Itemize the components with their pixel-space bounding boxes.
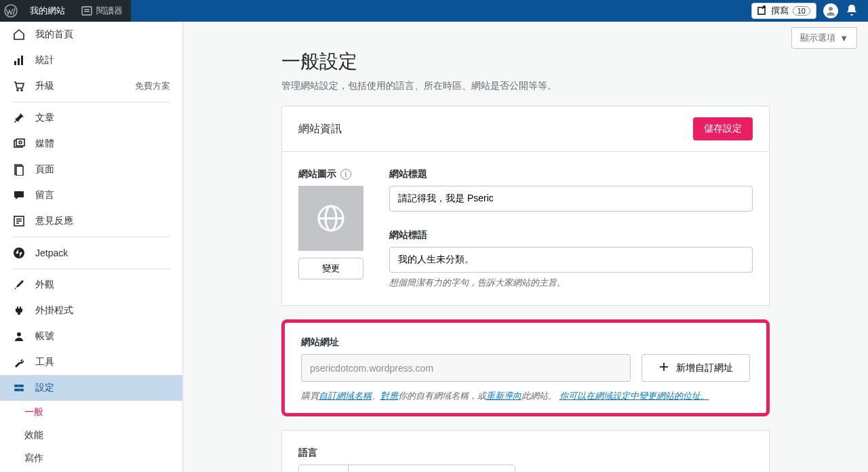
pages-icon bbox=[12, 163, 26, 176]
svg-rect-24 bbox=[15, 389, 19, 391]
site-address-section: 網站網址 新增自訂網址 購買自訂網域名稱、對應你的自有網域名稱，或重新導向此網站… bbox=[281, 319, 770, 416]
page-title: 一般設定 bbox=[281, 49, 770, 75]
sidebar-item-settings[interactable]: 設定 bbox=[0, 375, 182, 401]
reader-icon bbox=[81, 5, 92, 16]
jetpack-icon bbox=[12, 247, 26, 259]
svg-rect-15 bbox=[16, 166, 23, 176]
sidebar-item-appearance[interactable]: 外觀 bbox=[0, 272, 182, 298]
screen-options-toggle[interactable]: 顯示選項 ▼ bbox=[791, 27, 857, 49]
subnav-writing[interactable]: 寫作 bbox=[12, 447, 182, 470]
cart-icon bbox=[12, 80, 26, 92]
sidebar-item-stats[interactable]: 統計 bbox=[0, 47, 182, 73]
svg-point-5 bbox=[829, 7, 833, 11]
notifications-icon[interactable] bbox=[845, 3, 859, 19]
tagline-hint: 想個簡潔有力的字句，告訴大家網站的主旨。 bbox=[389, 277, 753, 289]
link-map-domain[interactable]: 對應 bbox=[380, 391, 398, 401]
sidebar-item-pages[interactable]: 頁面 bbox=[0, 157, 182, 182]
plugin-icon bbox=[12, 304, 26, 317]
add-custom-address-button[interactable]: 新增自訂網址 bbox=[642, 354, 750, 382]
svg-rect-6 bbox=[14, 61, 16, 65]
compose-button[interactable]: 撰寫 10 bbox=[751, 3, 816, 19]
compose-icon bbox=[757, 5, 767, 17]
brush-icon bbox=[12, 279, 26, 291]
user-icon bbox=[12, 330, 26, 342]
link-custom-domain[interactable]: 自訂網域名稱 bbox=[319, 391, 372, 401]
chevron-down-icon: ▼ bbox=[840, 33, 848, 43]
sidebar: 我的首頁 統計 升級免費方案 文章 媒體 頁面 留言 意見反應 Jetpack … bbox=[0, 22, 183, 472]
wordpress-logo[interactable] bbox=[0, 0, 22, 22]
link-domain-settings[interactable]: 你可以在網域設定中變更網站的位址。 bbox=[559, 391, 709, 401]
sidebar-item-upgrade[interactable]: 升級免費方案 bbox=[0, 73, 182, 99]
page-description: 管理網站設定，包括使用的語言、所在時區、網站是否公開等等。 bbox=[281, 80, 770, 92]
sidebar-item-comments[interactable]: 留言 bbox=[0, 182, 182, 208]
home-icon bbox=[12, 28, 26, 41]
media-icon bbox=[12, 138, 26, 150]
sidebar-item-home[interactable]: 我的首頁 bbox=[0, 22, 182, 47]
top-bar: 我的網站 閱讀器 撰寫 10 bbox=[0, 0, 868, 22]
sidebar-item-jetpack[interactable]: Jetpack bbox=[0, 240, 182, 266]
plan-badge: 免費方案 bbox=[135, 80, 170, 92]
link-redirect[interactable]: 重新導向 bbox=[486, 391, 521, 401]
plus-icon bbox=[658, 361, 669, 374]
language-name: 繁體中文 bbox=[349, 465, 515, 472]
sidebar-item-users[interactable]: 帳號 bbox=[0, 323, 182, 349]
site-tagline-input[interactable] bbox=[389, 247, 753, 273]
sidebar-item-feedback[interactable]: 意見反應 bbox=[0, 208, 182, 234]
svg-point-20 bbox=[14, 248, 24, 258]
sidebar-item-tools[interactable]: 工具 bbox=[0, 349, 182, 375]
compose-count: 10 bbox=[793, 6, 810, 16]
site-address-label: 網站網址 bbox=[301, 336, 750, 349]
language-selector[interactable]: ZH TW 繁體中文 bbox=[298, 465, 515, 472]
subnav-performance[interactable]: 效能 bbox=[12, 424, 182, 447]
subnav-general[interactable]: 一般 bbox=[12, 401, 182, 424]
stats-icon bbox=[12, 54, 26, 66]
settings-icon bbox=[12, 382, 26, 394]
svg-rect-12 bbox=[16, 139, 24, 146]
svg-point-9 bbox=[17, 90, 18, 91]
svg-rect-8 bbox=[21, 56, 23, 65]
site-address-hint: 購買自訂網域名稱、對應你的自有網域名稱，或重新導向此網站。 你可以在網域設定中變… bbox=[301, 390, 750, 402]
change-icon-button[interactable]: 變更 bbox=[298, 258, 363, 279]
svg-rect-25 bbox=[20, 389, 23, 391]
tab-reader[interactable]: 閱讀器 bbox=[73, 0, 131, 22]
site-address-input bbox=[301, 354, 631, 382]
sidebar-item-plugins[interactable]: 外掛程式 bbox=[0, 298, 182, 323]
form-icon bbox=[12, 215, 26, 227]
language-label: 語言 bbox=[298, 447, 753, 459]
svg-rect-23 bbox=[19, 385, 23, 387]
svg-rect-4 bbox=[758, 7, 765, 14]
site-info-card: 網站資訊 儲存設定 網站圖示 i 變更 bbox=[281, 106, 770, 306]
site-icon-label: 網站圖示 i bbox=[298, 168, 373, 180]
language-card: 語言 ZH TW 繁體中文 網站的主要語言。 你也可以在個人檔案中修改想要使用的… bbox=[281, 430, 770, 472]
info-icon[interactable]: i bbox=[340, 169, 351, 180]
site-tagline-label: 網站標語 bbox=[389, 229, 753, 241]
site-icon-placeholder bbox=[298, 186, 363, 251]
sidebar-item-posts[interactable]: 文章 bbox=[0, 105, 182, 131]
svg-rect-1 bbox=[82, 7, 92, 15]
comment-icon bbox=[12, 189, 26, 201]
wrench-icon bbox=[12, 356, 26, 368]
site-title-label: 網站標題 bbox=[389, 168, 753, 180]
sidebar-item-media[interactable]: 媒體 bbox=[0, 131, 182, 157]
site-title-input[interactable] bbox=[389, 186, 753, 212]
svg-point-21 bbox=[17, 332, 21, 336]
avatar[interactable] bbox=[823, 3, 838, 18]
tab-my-site[interactable]: 我的網站 bbox=[22, 0, 73, 22]
card-title: 網站資訊 bbox=[298, 122, 342, 136]
main-content: 顯示選項 ▼ 一般設定 管理網站設定，包括使用的語言、所在時區、網站是否公開等等… bbox=[183, 22, 868, 472]
save-button[interactable]: 儲存設定 bbox=[693, 117, 753, 140]
language-code: ZH TW bbox=[299, 465, 349, 472]
settings-subnav: 一般 效能 寫作 討論 閱讀 bbox=[0, 401, 182, 472]
svg-point-10 bbox=[21, 90, 22, 91]
svg-rect-7 bbox=[18, 58, 20, 65]
pin-icon bbox=[12, 112, 26, 124]
svg-rect-22 bbox=[15, 385, 18, 387]
